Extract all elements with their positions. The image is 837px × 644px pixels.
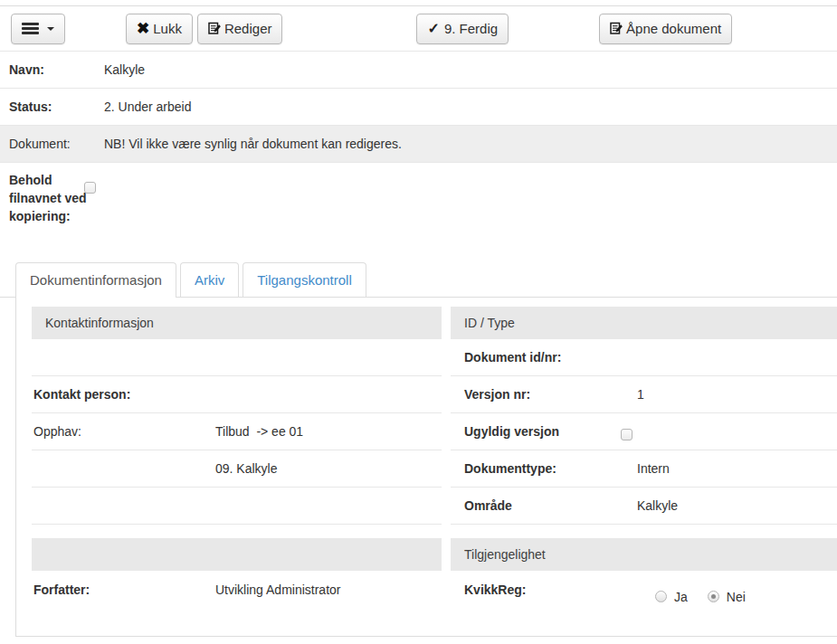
ugyldig-versjon-label: Ugyldig versjon [451, 424, 637, 439]
behold-filnavn-row: Behold filnavnet ved kopiering: [0, 163, 837, 253]
tab-panel-dokumentinformasjon: Kontaktinformasjon Kontakt person: Oppha… [15, 298, 837, 637]
dokument-note: NB! Vil ikke være synlig når dokument ka… [95, 137, 402, 151]
kvikkreg-radio-group: Ja Nei [655, 590, 746, 604]
forfatter-section: Forfatter: Utvikling Administrator [32, 538, 442, 608]
behold-filnavn-label: Behold filnavnet ved kopiering: [0, 171, 95, 225]
kontaktinformasjon-header: Kontaktinformasjon [32, 307, 442, 339]
status-label: Status: [0, 98, 95, 116]
dokument-id-row: Dokument id/nr: [451, 339, 837, 376]
opphav-row: Opphav: Tilbud -> ee 01 [32, 413, 442, 450]
lukk-button[interactable]: ✖ Lukk [126, 14, 193, 44]
status-row: Status: 2. Under arbeid [0, 89, 837, 126]
versjon-label: Versjon nr: [451, 387, 637, 402]
forfatter-label: Forfatter: [32, 582, 215, 597]
dokument-row: Dokument: NB! Vil ikke være synlig når d… [0, 126, 837, 163]
kvikkreg-option-nei[interactable]: Nei [708, 590, 746, 604]
ugyldig-versjon-checkbox[interactable] [621, 429, 633, 440]
id-type-section: ID / Type Dokument id/nr: Versjon nr: 1 … [451, 307, 837, 525]
radio-icon [708, 591, 719, 602]
dokument-label: Dokument: [0, 135, 95, 153]
ugyldig-versjon-row: Ugyldig versjon [451, 413, 837, 450]
dokumenttype-value: Intern [637, 461, 670, 476]
omrade-row: Område Kalkyle [451, 488, 837, 525]
check-icon: ✓ [427, 22, 439, 36]
dokument-id-label: Dokument id/nr: [451, 350, 637, 365]
lukk-button-label: Lukk [153, 20, 182, 38]
opphav-value-2: 09. Kalkyle [215, 461, 277, 476]
ferdig-button-label: 9. Ferdig [444, 20, 498, 38]
omrade-label: Område [451, 498, 637, 513]
kvikkreg-option-ja[interactable]: Ja [655, 590, 688, 604]
versjon-value: 1 [637, 387, 644, 402]
radio-icon [655, 591, 667, 602]
kvikkreg-row: KvikkReg: Ja Nei [451, 571, 837, 608]
rediger-button[interactable]: Rediger [197, 14, 283, 44]
tilgjengelighet-section: Tilgjengelighet KvikkReg: Ja Nei [451, 538, 837, 608]
navn-label: Navn: [0, 61, 95, 79]
opphav-row-2: 09. Kalkyle [32, 450, 442, 488]
behold-filnavn-checkbox[interactable] [84, 182, 96, 194]
ferdig-button[interactable]: ✓ 9. Ferdig [416, 14, 509, 44]
navn-value: Kalkyle [95, 62, 145, 77]
caret-down-icon [47, 27, 54, 31]
tab-dokumentinformasjon[interactable]: Dokumentinformasjon [15, 262, 176, 298]
status-value: 2. Under arbeid [95, 99, 192, 114]
x-icon: ✖ [137, 21, 149, 36]
document-info-form: Navn: Kalkyle Status: 2. Under arbeid Do… [0, 52, 837, 253]
navn-row: Navn: Kalkyle [0, 52, 837, 89]
id-type-header: ID / Type [451, 307, 837, 339]
kontakt-person-label: Kontakt person: [32, 387, 215, 402]
kvikkreg-label: KvikkReg: [451, 582, 637, 597]
kontaktinformasjon-section: Kontaktinformasjon Kontakt person: Oppha… [32, 307, 442, 525]
edit-icon [610, 21, 623, 39]
tilgjengelighet-header: Tilgjengelighet [451, 538, 837, 571]
omrade-value: Kalkyle [637, 498, 678, 513]
versjon-row: Versjon nr: 1 [451, 376, 837, 413]
forfatter-value: Utvikling Administrator [215, 582, 341, 597]
opphav-value: Tilbud -> ee 01 [215, 424, 303, 439]
table-row [32, 339, 442, 376]
dokumenttype-label: Dokumenttype: [451, 461, 637, 476]
kvikkreg-nei-label: Nei [727, 590, 746, 604]
edit-icon [208, 21, 221, 39]
toolbar: ✖ Lukk Rediger ✓ 9. Ferdig [0, 5, 837, 52]
apne-dokument-button[interactable]: Åpne dokument [599, 14, 732, 44]
tab-arkiv[interactable]: Arkiv [180, 262, 239, 297]
dokumenttype-row: Dokumenttype: Intern [451, 450, 837, 488]
opphav-label: Opphav: [32, 424, 215, 439]
forfatter-row: Forfatter: Utvikling Administrator [32, 571, 442, 608]
table-row [32, 488, 442, 525]
apne-dokument-button-label: Åpne dokument [626, 20, 721, 38]
forfatter-section-header [32, 538, 442, 571]
menu-button[interactable] [11, 14, 65, 44]
kvikkreg-ja-label: Ja [674, 590, 688, 604]
tab-tilgangskontroll[interactable]: Tilgangskontroll [243, 262, 366, 297]
hamburger-icon [22, 21, 39, 36]
tab-bar: Dokumentinformasjon Arkiv Tilgangskontro… [0, 262, 837, 298]
rediger-button-label: Rediger [224, 20, 272, 38]
kontakt-person-row: Kontakt person: [32, 376, 442, 413]
